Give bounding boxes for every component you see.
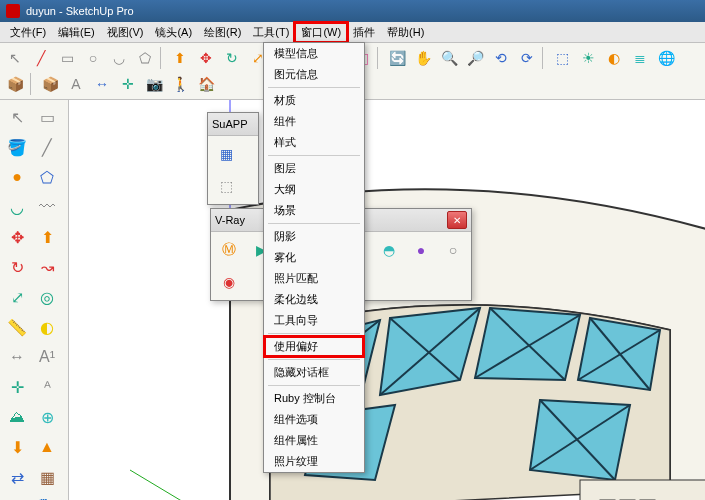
- menu-view[interactable]: 视图(V): [101, 23, 150, 42]
- suapp-panel-title: SuAPP: [212, 118, 247, 130]
- menu-hide-dialogs[interactable]: 隐藏对话框: [264, 362, 364, 383]
- next-icon[interactable]: ⟳: [515, 46, 539, 70]
- menu-fog[interactable]: 雾化: [264, 247, 364, 268]
- polygon-tool-icon[interactable]: ⬠: [34, 164, 60, 190]
- arc-tool-icon[interactable]: ◡: [4, 194, 30, 220]
- suapp-panel-header[interactable]: SuAPP: [208, 113, 258, 136]
- suapp-tool-2-icon[interactable]: ⬚: [213, 173, 239, 199]
- vray-sphere-icon[interactable]: ○: [440, 237, 466, 263]
- menu-shadows[interactable]: 阴影: [264, 226, 364, 247]
- menu-preferences[interactable]: 使用偏好: [264, 336, 364, 357]
- menu-model-info[interactable]: 模型信息: [264, 43, 364, 64]
- home-icon[interactable]: 🏠: [194, 72, 218, 96]
- line-tool-icon[interactable]: ╱: [34, 134, 60, 160]
- 3dtext-icon[interactable]: ᴬ: [34, 374, 60, 400]
- rect-icon[interactable]: ▭: [55, 46, 79, 70]
- paint-tool-icon[interactable]: 🪣: [4, 134, 30, 160]
- vray-help-icon[interactable]: ◉: [216, 269, 242, 295]
- axes-tool-icon[interactable]: ✛: [4, 374, 30, 400]
- look-icon[interactable]: 👣: [34, 494, 60, 500]
- stamp-icon[interactable]: ⊕: [34, 404, 60, 430]
- window-menu-dropdown: 模型信息 图元信息 材质 组件 样式 图层 大纲 场景 阴影 雾化 照片匹配 柔…: [263, 42, 365, 473]
- zoom-extents-icon[interactable]: 🔎: [463, 46, 487, 70]
- arc-icon[interactable]: ◡: [107, 46, 131, 70]
- warehouse-icon[interactable]: 📦: [3, 72, 27, 96]
- push-tool-icon[interactable]: ⬆: [34, 224, 60, 250]
- tape-tool-icon[interactable]: 📏: [4, 314, 30, 340]
- close-icon[interactable]: ✕: [447, 211, 467, 229]
- menu-ruby-console[interactable]: Ruby 控制台: [264, 388, 364, 409]
- circle-tool-icon[interactable]: ●: [4, 164, 30, 190]
- menu-plugins[interactable]: 插件: [347, 23, 381, 42]
- component-icon[interactable]: 📦: [38, 72, 62, 96]
- walk-tool-icon[interactable]: 👁: [4, 494, 30, 500]
- menu-match-photo[interactable]: 照片匹配: [264, 268, 364, 289]
- menu-component-options[interactable]: 组件选项: [264, 409, 364, 430]
- walk-icon[interactable]: 🚶: [168, 72, 192, 96]
- menu-help[interactable]: 帮助(H): [381, 23, 430, 42]
- shadows-icon[interactable]: ☀: [576, 46, 600, 70]
- layers-icon[interactable]: ≣: [628, 46, 652, 70]
- menu-file[interactable]: 文件(F): [4, 23, 52, 42]
- circle-icon[interactable]: ○: [81, 46, 105, 70]
- offset-tool-icon[interactable]: ◎: [34, 284, 60, 310]
- menu-window[interactable]: 窗口(W): [295, 23, 347, 42]
- menu-materials[interactable]: 材质: [264, 90, 364, 111]
- select-tool-icon[interactable]: ↖: [4, 104, 30, 130]
- select-icon[interactable]: ↖: [3, 46, 27, 70]
- polygon-icon[interactable]: ⬠: [133, 46, 157, 70]
- menu-components[interactable]: 组件: [264, 111, 364, 132]
- rotate-tool-icon[interactable]: ↻: [4, 254, 30, 280]
- previous-icon[interactable]: ⟲: [489, 46, 513, 70]
- move-tool-icon[interactable]: ✥: [4, 224, 30, 250]
- menu-tools[interactable]: 工具(T): [247, 23, 295, 42]
- camera-icon[interactable]: 📷: [142, 72, 166, 96]
- menu-camera[interactable]: 镜头(A): [149, 23, 198, 42]
- menu-scenes[interactable]: 场景: [264, 200, 364, 221]
- menu-outliner[interactable]: 大纲: [264, 179, 364, 200]
- line-icon[interactable]: ╱: [29, 46, 53, 70]
- rotate-icon[interactable]: ↻: [220, 46, 244, 70]
- zoom-icon[interactable]: 🔍: [437, 46, 461, 70]
- menu-instructor[interactable]: 工具向导: [264, 310, 364, 331]
- pan-icon[interactable]: ✋: [411, 46, 435, 70]
- menu-entity-info[interactable]: 图元信息: [264, 64, 364, 85]
- sandbox-icon[interactable]: ▦: [34, 464, 60, 490]
- drape-icon[interactable]: ⬇: [4, 434, 30, 460]
- menu-photo-textures[interactable]: 照片纹理: [264, 451, 364, 472]
- dimension-tool-icon[interactable]: ↔: [4, 344, 30, 370]
- suapp-tool-1-icon[interactable]: ▦: [213, 141, 239, 167]
- text-icon[interactable]: A: [64, 72, 88, 96]
- menu-separator: [268, 87, 360, 88]
- menu-styles[interactable]: 样式: [264, 132, 364, 153]
- move-icon[interactable]: ✥: [194, 46, 218, 70]
- section-icon[interactable]: ◐: [602, 46, 626, 70]
- orbit-icon[interactable]: 🔄: [385, 46, 409, 70]
- menu-separator: [268, 333, 360, 334]
- iso-icon[interactable]: ⬚: [550, 46, 574, 70]
- push-icon[interactable]: ⬆: [168, 46, 192, 70]
- left-toolbar: ↖▭🪣╱●⬠◡〰✥⬆↻↝⤢◎📏◐↔A¹✛ᴬ⛰⊕⬇▲⇄▦👁👣👤◨: [0, 100, 69, 500]
- flip-icon[interactable]: ⇄: [4, 464, 30, 490]
- axes-icon[interactable]: ✛: [116, 72, 140, 96]
- protractor-icon[interactable]: ◐: [34, 314, 60, 340]
- rect-tool-icon[interactable]: ▭: [34, 104, 60, 130]
- vray-dome-icon[interactable]: ◓: [376, 237, 402, 263]
- dimension-icon[interactable]: ↔: [90, 72, 114, 96]
- window-title: duyun - SketchUp Pro: [26, 5, 134, 17]
- suapp-panel[interactable]: SuAPP ▦⬚: [207, 112, 259, 205]
- text-tool-icon[interactable]: A¹: [34, 344, 60, 370]
- googleearth-icon[interactable]: 🌐: [654, 46, 678, 70]
- freehand-icon[interactable]: 〰: [34, 194, 60, 220]
- menu-edit[interactable]: 编辑(E): [52, 23, 101, 42]
- scale-tool-icon[interactable]: ⤢: [4, 284, 30, 310]
- addDetail-icon[interactable]: ▲: [34, 434, 60, 460]
- vray-material-icon[interactable]: ●: [408, 237, 434, 263]
- menu-layers[interactable]: 图层: [264, 158, 364, 179]
- menu-component-attributes[interactable]: 组件属性: [264, 430, 364, 451]
- vray-render-icon[interactable]: Ⓜ: [216, 237, 242, 263]
- menu-soften[interactable]: 柔化边线: [264, 289, 364, 310]
- smoove-icon[interactable]: ⛰: [4, 404, 30, 430]
- follow-icon[interactable]: ↝: [34, 254, 60, 280]
- menu-draw[interactable]: 绘图(R): [198, 23, 247, 42]
